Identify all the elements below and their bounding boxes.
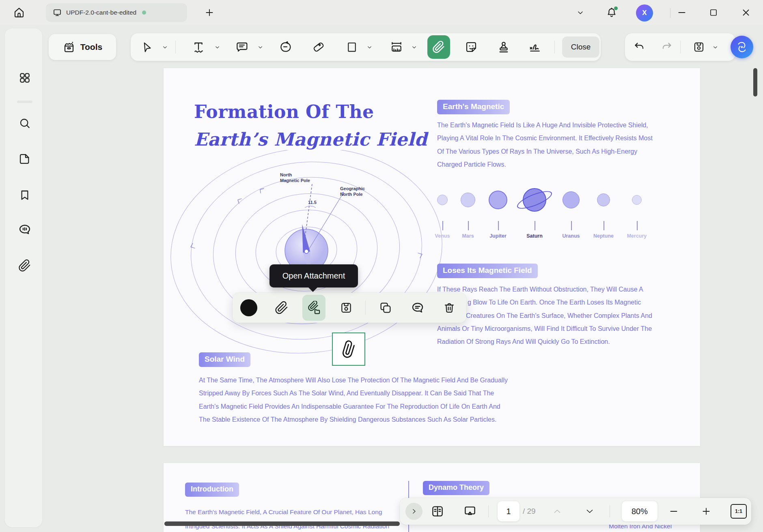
sidebar-comments-button[interactable] (16, 221, 34, 238)
measure-tool-dropdown[interactable] (410, 43, 418, 51)
text-line: Charged Particle Flows. (437, 158, 653, 171)
eraser-tool-button[interactable] (310, 38, 328, 56)
previous-page-button[interactable] (549, 503, 565, 519)
trash-icon (443, 301, 456, 314)
comment-button[interactable] (410, 300, 425, 315)
notifications-button[interactable] (604, 4, 620, 21)
delete-button[interactable] (442, 300, 457, 315)
sidebar-panels-button[interactable] (16, 69, 34, 87)
attachment-button[interactable] (274, 300, 289, 315)
zoom-level[interactable]: 80% (622, 501, 657, 521)
paragraph-earths-magnetic: The Earth's Magnetic Field Is Like A Hug… (437, 119, 653, 171)
signature-tool-button[interactable] (526, 38, 544, 56)
highlight-note-tool-button[interactable] (276, 38, 294, 56)
document-tab[interactable]: UPDF-2.0-cant-be-edited (46, 3, 187, 22)
tab-title: UPDF-2.0-cant-be-edited (66, 9, 136, 16)
text-line: Stripped Away By Forces Such As The Sola… (199, 387, 508, 400)
new-tab-button[interactable] (203, 6, 216, 19)
copy-button[interactable] (378, 300, 393, 315)
sidebar-divider (17, 101, 32, 103)
text-tool-button[interactable] (190, 38, 207, 56)
copy-icon (379, 301, 392, 314)
doc-title-line2: Earth’s Magnetic Field (194, 129, 427, 150)
text-line: Of The Various Types Of Rays In The Univ… (437, 145, 653, 158)
plus-icon (701, 506, 711, 517)
toolbar-divider (680, 41, 681, 54)
signature-icon (528, 40, 542, 54)
shape-tool-button[interactable] (343, 38, 361, 56)
zoom-out-button[interactable] (666, 503, 682, 519)
chevron-down-icon (257, 44, 263, 50)
rectangle-icon (346, 41, 358, 53)
expand-bar-button[interactable] (405, 503, 422, 520)
sticker-tool-button[interactable] (462, 38, 480, 56)
tabs-dropdown-button[interactable] (573, 6, 588, 19)
chevron-down-icon (576, 9, 584, 17)
vertical-scrollbar-thumb[interactable] (753, 68, 757, 97)
comment-bubble-icon (411, 301, 425, 315)
attachment-annotation[interactable] (332, 332, 365, 366)
undo-button[interactable] (630, 38, 648, 56)
shape-tool-dropdown[interactable] (365, 43, 373, 51)
doc-title-line1: Formation Of The (194, 101, 374, 122)
sidebar-appearance-button[interactable] (16, 529, 34, 532)
home-icon (13, 6, 25, 19)
select-tool-dropdown[interactable] (161, 43, 169, 51)
geographic-north-pole-label: Geographic North Pole (340, 186, 365, 197)
comment-tool-dropdown[interactable] (256, 43, 264, 51)
tools-menu-button[interactable]: Tools (49, 34, 116, 60)
sidebar-attachments-button[interactable] (16, 257, 34, 275)
stamp-icon (497, 41, 510, 54)
titlebar-separator (670, 8, 670, 18)
badge-introduction: Introduction (185, 483, 239, 497)
chevron-down-icon (411, 44, 417, 50)
sidebar-search-button[interactable] (16, 114, 34, 132)
chevron-down-icon (162, 44, 168, 50)
maximize-button[interactable] (705, 5, 722, 20)
presentation-mode-button[interactable] (462, 503, 478, 519)
paperclip-icon (337, 338, 360, 361)
text-line: At The Same Time, The Atmosphere Will Al… (199, 374, 508, 387)
paperclip-icon (432, 41, 445, 54)
comment-tool-button[interactable] (233, 38, 250, 56)
account-avatar[interactable]: X (636, 4, 653, 21)
next-page-button[interactable] (582, 503, 598, 519)
close-window-button[interactable] (738, 5, 754, 20)
open-attachment-button[interactable] (302, 295, 325, 321)
stamp-tool-button[interactable] (495, 38, 513, 56)
page-number-input[interactable] (498, 501, 519, 521)
color-swatch-button[interactable] (240, 299, 257, 316)
sidebar-bookmarks-button[interactable] (16, 186, 34, 204)
close-tool-mode-button[interactable]: Close (562, 36, 599, 58)
screen-cast-icon (463, 504, 477, 518)
minimize-button[interactable] (674, 5, 690, 20)
sidebar-thumbnails-button[interactable] (16, 150, 34, 168)
ai-assistant-button[interactable] (731, 36, 753, 58)
home-button[interactable] (10, 3, 28, 22)
text-line: The Stable Existence Of The Atmosphere B… (199, 413, 508, 426)
bookmark-icon (18, 189, 31, 202)
select-tool-button[interactable] (138, 38, 156, 56)
save-dropdown[interactable] (711, 43, 719, 51)
grid-icon (18, 71, 31, 84)
attachment-tool-button-active[interactable] (427, 35, 450, 59)
redo-button[interactable] (658, 38, 676, 56)
text-line: Playing A Vital Role In The Cosmic Envir… (437, 132, 653, 145)
text-tool-dropdown[interactable] (213, 43, 221, 51)
text-line: The Earth's Magnetic Field Is Like A Hug… (437, 119, 653, 132)
measure-tool-button[interactable] (388, 38, 405, 56)
zoom-in-button[interactable] (698, 503, 714, 519)
horizontal-scrollbar-thumb[interactable] (164, 521, 400, 526)
sticker-icon (465, 41, 478, 54)
cursor-icon (141, 41, 153, 53)
save-attachment-button[interactable] (339, 300, 353, 315)
badge-loses-magnetic-field: Loses Its Magnetic Field (437, 264, 538, 278)
save-button[interactable] (690, 38, 708, 56)
monitor-icon (52, 8, 62, 17)
toolbar-divider (175, 41, 176, 54)
page-navigation-bar: / 29 80% 1:1 (400, 498, 751, 525)
actual-size-button[interactable]: 1:1 (731, 504, 747, 519)
undo-icon (633, 41, 645, 53)
ruler-icon (390, 41, 403, 54)
two-page-view-button[interactable] (429, 503, 446, 519)
